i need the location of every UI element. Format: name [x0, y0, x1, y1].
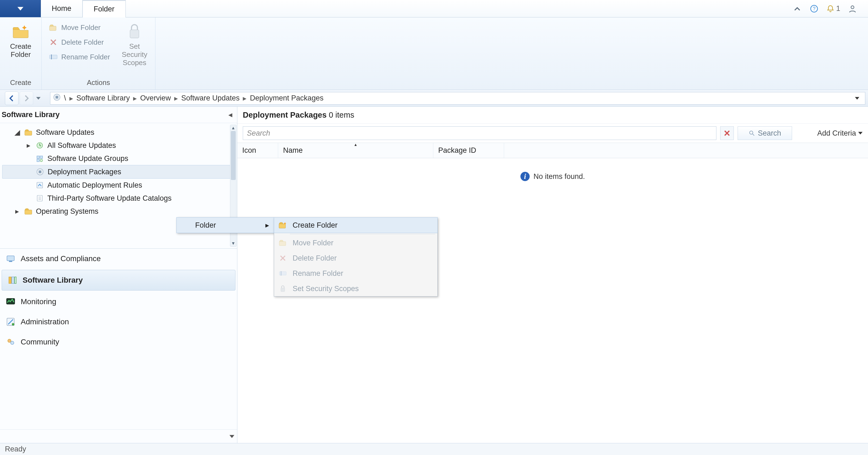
nav-back-button[interactable]: [5, 91, 19, 105]
breadcrumb-dropdown[interactable]: [852, 97, 862, 100]
wunderbar-expand-button[interactable]: [0, 429, 237, 443]
search-button-label: Search: [758, 129, 781, 138]
tree-label: Third-Party Software Update Catalogs: [48, 194, 172, 203]
svg-point-33: [750, 131, 753, 134]
create-folder-label: Create Folder: [10, 42, 31, 59]
context-label: Move Folder: [292, 239, 334, 247]
svg-rect-16: [39, 171, 41, 173]
add-criteria-label: Add Criteria: [817, 129, 856, 138]
administration-icon: [5, 316, 16, 328]
nav-pane-title: Software Library: [2, 111, 60, 119]
content-title: Deployment Packages: [243, 111, 327, 119]
breadcrumb-item[interactable]: Deployment Packages: [250, 94, 323, 102]
collapse-pane-button[interactable]: ◂: [229, 111, 232, 119]
svg-point-32: [11, 341, 14, 344]
tree-label: All Software Updates: [48, 141, 116, 150]
content-item-count: 0 items: [329, 111, 354, 119]
search-input[interactable]: Search: [243, 126, 716, 140]
context-label: Folder: [195, 221, 216, 230]
folder-icon: [24, 207, 33, 216]
column-header-package-id[interactable]: Package ID: [433, 143, 504, 158]
wunderbar-software-library[interactable]: Software Library: [2, 270, 236, 291]
context-item-create-folder[interactable]: Create Folder: [274, 217, 438, 233]
column-header-icon[interactable]: Icon: [237, 143, 278, 158]
scroll-up-icon[interactable]: ▲: [230, 125, 236, 131]
tree-node-all-updates[interactable]: ▸ All Software Updates: [2, 139, 235, 152]
svg-point-14: [40, 159, 42, 161]
wunderbar-monitoring[interactable]: Monitoring: [0, 292, 237, 312]
tab-folder[interactable]: Folder: [83, 0, 126, 18]
chevron-down-icon: [18, 6, 23, 12]
tab-home[interactable]: Home: [41, 0, 83, 17]
svg-rect-8: [56, 96, 58, 98]
svg-point-30: [12, 323, 14, 326]
chevron-down-icon: [229, 435, 234, 438]
chevron-right-icon: ▸: [133, 94, 137, 103]
notifications-button[interactable]: 1: [826, 4, 840, 13]
context-item-move-folder: Move Folder: [274, 235, 437, 250]
delete-folder-button[interactable]: Delete Folder: [46, 36, 113, 49]
tree-label: Automatic Deployment Rules: [48, 181, 142, 189]
chevron-down-icon: [36, 97, 40, 100]
sort-ascending-icon: ▲: [354, 143, 358, 147]
expand-icon[interactable]: ▸: [25, 141, 32, 150]
tree-node-deployment-packages[interactable]: Deployment Packages: [2, 165, 235, 179]
context-label: Rename Folder: [292, 269, 343, 278]
notification-count: 1: [836, 4, 840, 13]
tree-node-software-updates[interactable]: ◢ Software Updates: [2, 126, 235, 139]
context-item-security-scopes: Set Security Scopes: [274, 281, 437, 296]
tree-label: Deployment Packages: [48, 168, 121, 176]
user-icon[interactable]: [848, 4, 857, 13]
column-header-name[interactable]: ▲ Name: [278, 143, 433, 158]
breadcrumb-item[interactable]: Software Library: [76, 94, 130, 102]
help-icon[interactable]: ?: [809, 4, 819, 13]
clear-search-button[interactable]: [720, 126, 734, 140]
tree-node-operating-systems[interactable]: ▸ Operating Systems: [2, 205, 235, 218]
arrow-left-icon: [8, 95, 15, 101]
breadcrumb-box[interactable]: \ ▸ Software Library ▸ Overview ▸ Softwa…: [50, 92, 865, 104]
svg-text:?: ?: [813, 6, 815, 11]
chevron-up-icon[interactable]: [793, 4, 802, 13]
nav-pane-header: Software Library ◂: [0, 107, 237, 123]
tree-node-update-groups[interactable]: Software Update Groups: [2, 152, 235, 165]
collapse-icon[interactable]: ◢: [13, 128, 21, 137]
breadcrumb-item[interactable]: Overview: [140, 94, 171, 102]
chevron-right-icon: ▸: [174, 94, 178, 103]
svg-rect-9: [25, 131, 32, 135]
search-button[interactable]: Search: [738, 126, 792, 140]
expand-icon[interactable]: ▸: [13, 207, 21, 216]
search-icon: [748, 130, 755, 136]
folder-icon: [24, 128, 33, 137]
set-security-scopes-button[interactable]: Set Security Scopes: [118, 20, 151, 69]
tree-node-third-party[interactable]: Third-Party Software Update Catalogs: [2, 192, 235, 205]
nav-forward-button[interactable]: [20, 91, 33, 105]
tree-node-adr[interactable]: Automatic Deployment Rules: [2, 179, 235, 192]
context-item-folder[interactable]: Folder ▸: [176, 217, 274, 233]
new-folder-icon: [278, 220, 288, 230]
ribbon-group-label-create: Create: [4, 77, 37, 89]
breadcrumb-root[interactable]: \: [64, 94, 66, 102]
svg-rect-25: [9, 277, 11, 283]
app-menu-button[interactable]: [0, 0, 41, 17]
lock-icon: [278, 284, 288, 294]
wunderbar-label: Community: [21, 338, 59, 346]
breadcrumb-item[interactable]: Software Updates: [181, 94, 240, 102]
chevron-right-icon: ▸: [266, 221, 269, 230]
info-icon: i: [520, 172, 530, 181]
create-folder-button[interactable]: Create Folder: [4, 20, 37, 61]
scrollbar-thumb[interactable]: [231, 131, 236, 180]
search-row: Search Search Add Criteria: [237, 124, 868, 143]
nav-history-dropdown[interactable]: [34, 91, 42, 105]
wunderbar-community[interactable]: Community: [0, 332, 237, 352]
arrow-right-icon: [23, 95, 30, 101]
wunderbar-label: Administration: [21, 317, 69, 326]
adr-icon: [35, 181, 44, 189]
scroll-down-icon[interactable]: ▼: [230, 240, 236, 246]
new-folder-icon: [10, 22, 32, 41]
wunderbar-administration[interactable]: Administration: [0, 312, 237, 332]
move-folder-button[interactable]: Move Folder: [46, 21, 113, 34]
wunderbar-assets[interactable]: Assets and Compliance: [0, 249, 237, 269]
add-criteria-button[interactable]: Add Criteria: [817, 129, 863, 138]
status-bar: Ready: [0, 443, 868, 455]
rename-folder-button[interactable]: Rename Folder: [46, 51, 113, 63]
